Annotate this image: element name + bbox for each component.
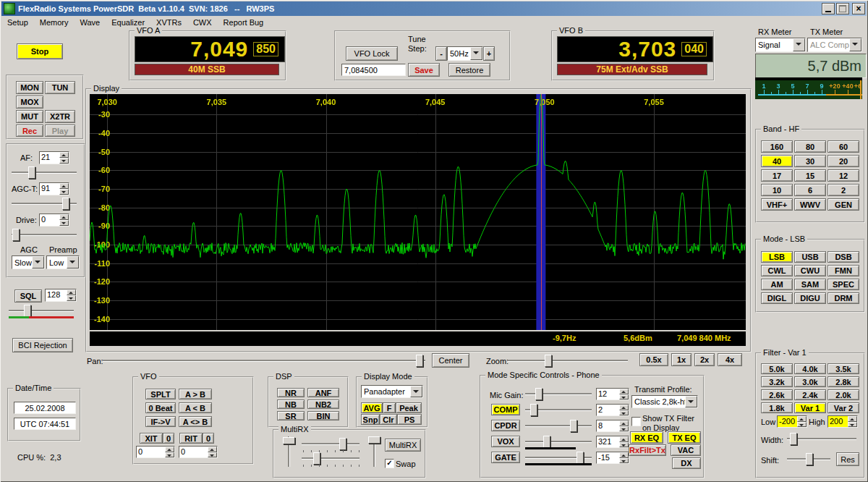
band-button-gen[interactable]: GEN (827, 198, 859, 211)
slider-thumb[interactable] (545, 355, 552, 367)
spinner-down-icon[interactable] (848, 422, 857, 428)
vox-button[interactable]: VOX (491, 436, 520, 447)
vfo-button-if-v[interactable]: IF->V (145, 416, 176, 427)
dsp-button-nr[interactable]: NR (277, 388, 305, 397)
mic-gain-spinner[interactable]: 12 (596, 388, 629, 400)
zoom-button-0.5x[interactable]: 0.5x (639, 353, 668, 366)
chevron-down-icon[interactable] (793, 38, 805, 51)
mon-button[interactable]: MON (16, 81, 43, 94)
xit-spinner[interactable]: 0 (136, 446, 175, 458)
transmit-profile-select[interactable]: Classic 2,8k-hf (631, 395, 698, 408)
vfo-button-0-beat[interactable]: 0 Beat (145, 402, 176, 413)
gate-slider[interactable] (525, 452, 592, 463)
cpdr-slider[interactable] (525, 420, 592, 431)
chevron-down-icon[interactable] (410, 386, 422, 397)
menu-setup[interactable]: Setup (1, 17, 34, 28)
peak-button[interactable]: Peak (396, 402, 422, 413)
filter-button-4.0k[interactable]: 4.0k (794, 363, 826, 374)
band-button-17[interactable]: 17 (761, 169, 793, 182)
mic-gain-slider[interactable] (525, 388, 592, 399)
menu-memory[interactable]: Memory (34, 17, 75, 28)
mode-button-fmn[interactable]: FMN (827, 265, 859, 276)
vox-slider[interactable] (525, 436, 592, 447)
multirx-sub-slider[interactable] (368, 436, 380, 467)
slider-thumb[interactable] (62, 198, 69, 210)
memory-frequency-field[interactable]: 7,084500 (341, 64, 406, 76)
multirx-gain-slider[interactable] (302, 438, 359, 449)
mode-button-lsb[interactable]: LSB (761, 251, 793, 263)
tune-step-up-button[interactable]: + (483, 46, 495, 61)
rit-button[interactable]: RIT (179, 433, 203, 444)
vac-button[interactable]: VAC (671, 444, 701, 456)
slider-thumb[interactable] (339, 438, 346, 450)
swap-checkbox[interactable] (385, 459, 394, 468)
band-button-wwv[interactable]: WWV (794, 198, 826, 211)
spinner-up-icon[interactable] (619, 452, 629, 458)
minimize-button[interactable] (822, 3, 835, 14)
drive-slider[interactable] (12, 229, 77, 240)
f-button[interactable]: F (383, 402, 396, 413)
mode-button-dsb[interactable]: DSB (827, 251, 859, 263)
filter-button-3.5k[interactable]: 3.5k (827, 363, 859, 374)
title-bar[interactable]: FlexRadio Systems PowerSDR Beta v1.10.4 … (1, 1, 867, 16)
spinner-down-icon[interactable] (59, 189, 69, 195)
spinner-down-icon[interactable] (619, 410, 629, 416)
slider-thumb[interactable] (368, 436, 380, 444)
rit-spinner[interactable]: 0 (179, 446, 218, 458)
spinner-up-icon[interactable] (619, 436, 629, 442)
mode-button-spec[interactable]: SPEC (827, 279, 859, 290)
slider-thumb[interactable] (570, 420, 577, 432)
zoom-slider[interactable] (508, 355, 628, 366)
multirx-pan-slider[interactable] (302, 452, 359, 464)
mode-button-cwu[interactable]: CWU (794, 265, 826, 276)
slider-thumb[interactable] (790, 433, 797, 445)
mut-button[interactable]: MUT (16, 110, 43, 123)
filter-button-1.8k[interactable]: 1.8k (761, 402, 793, 413)
vfo-button-a-b[interactable]: A <> B (179, 416, 212, 427)
mode-button-digl[interactable]: DIGL (761, 292, 793, 304)
restore-button[interactable]: Restore (448, 63, 490, 77)
filter-button-var-2[interactable]: Var 2 (827, 402, 859, 413)
comp-slider[interactable] (525, 404, 592, 415)
band-button-20[interactable]: 20 (827, 155, 859, 167)
rec-button[interactable]: Rec (16, 124, 43, 137)
snap-button[interactable]: Snp (361, 414, 380, 425)
agc-select[interactable]: Slow (12, 255, 45, 269)
slider-thumb[interactable] (530, 404, 537, 416)
spinner-up-icon[interactable] (619, 389, 629, 394)
display-mode-select[interactable]: Panadapter (361, 385, 423, 398)
band-button-6[interactable]: 6 (794, 184, 826, 196)
show-tx-filter-checkbox[interactable] (631, 417, 641, 426)
spinner-down-icon[interactable] (208, 452, 217, 458)
vfo-button-a-b[interactable]: A < B (179, 402, 212, 413)
vox-spinner[interactable]: 321 (596, 436, 629, 448)
filter-button-2.8k[interactable]: 2.8k (827, 376, 859, 387)
chevron-down-icon[interactable] (849, 38, 861, 51)
filter-button-3.2k[interactable]: 3.2k (761, 376, 793, 387)
spinner-up-icon[interactable] (59, 214, 69, 220)
menu-cwx[interactable]: CWX (187, 17, 218, 28)
chevron-down-icon[interactable] (32, 256, 44, 269)
slider-thumb[interactable] (535, 388, 542, 400)
tx-eq-button[interactable]: TX EQ (668, 431, 701, 444)
filter-shift-slider[interactable] (787, 453, 830, 465)
xit-button[interactable]: XIT (140, 433, 163, 444)
play-button[interactable]: Play (45, 124, 75, 137)
spinner-up-icon[interactable] (619, 420, 629, 426)
avg-button[interactable]: AVG (361, 402, 383, 413)
spinner-up-icon[interactable] (619, 405, 629, 410)
chevron-down-icon[interactable] (470, 47, 482, 60)
tx-meter-select[interactable]: ALC Comp (807, 38, 862, 52)
spinner-down-icon[interactable] (59, 220, 69, 226)
band-button-10[interactable]: 10 (761, 184, 793, 196)
dx-button[interactable]: DX (672, 457, 701, 469)
filter-high-spinner[interactable]: 200 (827, 415, 858, 428)
spinner-up-icon[interactable] (165, 447, 174, 452)
rx-eq-button[interactable]: RX EQ (630, 431, 663, 444)
filter-button-2.0k[interactable]: 2.0k (827, 389, 859, 400)
dsp-button-sr[interactable]: SR (277, 411, 305, 420)
spinner-down-icon[interactable] (619, 442, 629, 448)
gate-button[interactable]: GATE (491, 452, 520, 463)
band-button-vhf+[interactable]: VHF+ (761, 198, 793, 211)
tun-button[interactable]: TUN (45, 81, 75, 94)
